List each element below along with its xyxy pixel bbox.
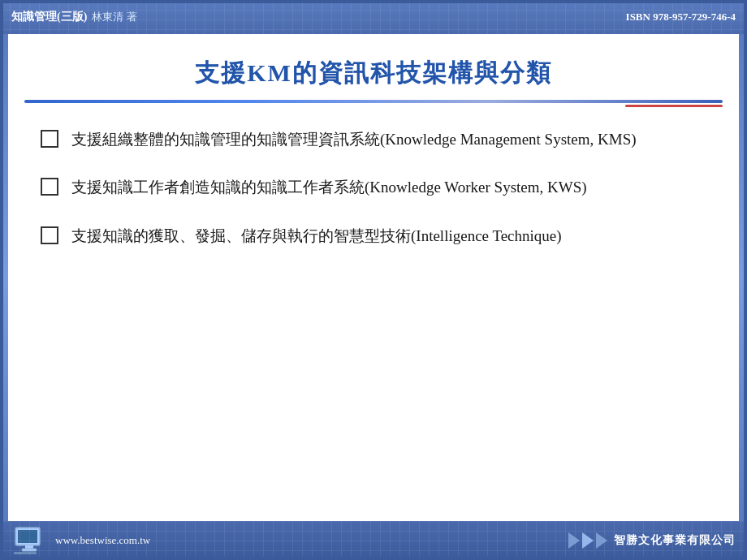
arrow-icon-3 [596, 532, 607, 549]
book-author: 林東清 著 [92, 10, 136, 24]
bullet-list: 支援組織整體的知識管理的知識管理資訊系統(Knowledge Managemen… [8, 119, 739, 280]
slide-content-area: 支援KM的資訊科技架構與分類 支援組織整體的知識管理的知識管理資訊系統(Know… [8, 34, 739, 521]
bottom-bar: www.bestwise.com.tw 智勝文化事業有限公司 [0, 521, 747, 560]
svg-rect-4 [14, 552, 37, 554]
bullet-text-3: 支援知識的獲取、發掘、儲存與執行的智慧型技術(Intelligence Tech… [71, 224, 698, 248]
book-title: 知識管理(三版) [11, 10, 87, 24]
top-bar: 知識管理(三版) 林東清 著 ISBN 978-957-729-746-4 [0, 0, 747, 34]
checkbox-icon-3 [41, 226, 58, 244]
arrow-icon-1 [568, 532, 580, 549]
slide-title: 支援KM的資訊科技架構與分類 [8, 34, 739, 100]
svg-rect-2 [25, 545, 33, 549]
checkbox-icon-1 [41, 130, 58, 148]
logo-arrows [568, 532, 607, 549]
top-bar-left: 知識管理(三版) 林東清 著 [11, 10, 137, 24]
isbn-label: ISBN 978-957-729-746-4 [626, 11, 736, 24]
bullet-text-1: 支援組織整體的知識管理的知識管理資訊系統(Knowledge Managemen… [71, 127, 698, 151]
arrow-icon-2 [582, 532, 594, 549]
left-border-decoration [0, 34, 8, 521]
decorative-pattern [252, 0, 495, 34]
title-divider [24, 100, 723, 103]
svg-rect-1 [18, 530, 37, 543]
website-url: www.bestwise.com.tw [55, 534, 150, 547]
svg-rect-3 [22, 549, 37, 551]
bullet-text-2: 支援知識工作者創造知識的知識工作者系統(Knowledge Worker Sys… [71, 175, 698, 199]
checkbox-icon-2 [41, 178, 58, 196]
bullet-item-1: 支援組織整體的知識管理的知識管理資訊系統(Knowledge Managemen… [41, 127, 698, 151]
computer-icon [11, 525, 47, 556]
bottom-right: 智勝文化事業有限公司 [568, 532, 736, 549]
right-border-decoration [739, 34, 747, 521]
company-name: 智勝文化事業有限公司 [614, 533, 736, 548]
bottom-left: www.bestwise.com.tw [11, 525, 150, 556]
bullet-item-3: 支援知識的獲取、發掘、儲存與執行的智慧型技術(Intelligence Tech… [41, 224, 698, 248]
bullet-item-2: 支援知識工作者創造知識的知識工作者系統(Knowledge Worker Sys… [41, 175, 698, 199]
